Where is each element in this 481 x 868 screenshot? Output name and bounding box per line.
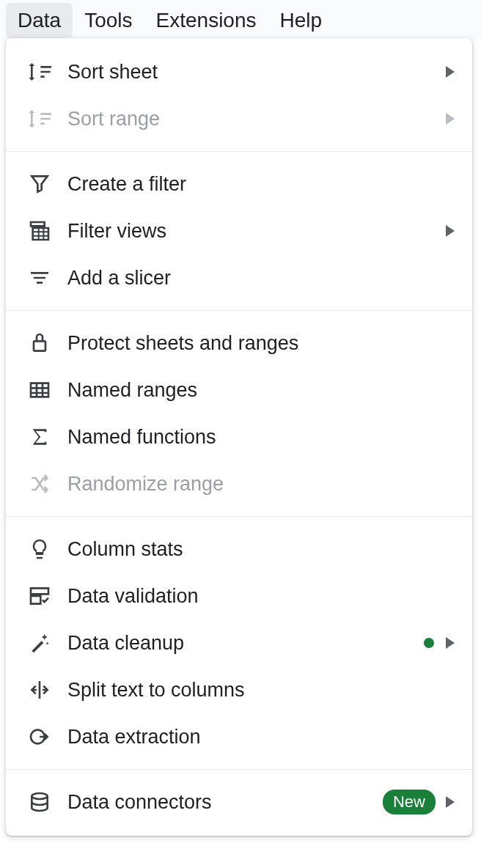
new-badge: New [383,790,436,814]
filter-icon [26,171,53,197]
magic-wand-icon [26,630,53,656]
data-validation-icon [26,583,53,609]
lock-icon [26,330,53,356]
menu-label: Column stats [67,538,455,561]
menu-label: Data extraction [67,726,455,749]
database-icon [26,789,53,815]
separator [6,151,472,152]
chevron-right-icon [446,225,455,237]
menu-randomize-range: Randomize range [6,460,472,507]
menu-data-connectors[interactable]: Data connectors New [6,779,472,825]
menu-add-slicer[interactable]: Add a slicer [6,254,472,301]
separator [6,769,472,770]
sort-sheet-icon [26,59,53,85]
lightbulb-icon [26,536,53,562]
menu-column-stats[interactable]: Column stats [6,526,472,573]
extraction-icon [26,724,53,750]
menu-sort-range: Sort range [6,95,472,142]
menubar: Data Tools Extensions Help [0,0,481,41]
chevron-right-icon [446,113,455,125]
menu-label: Protect sheets and ranges [67,332,455,355]
menubar-extensions[interactable]: Extensions [144,3,268,38]
menu-label: Named functions [67,426,455,449]
menu-data-cleanup[interactable]: Data cleanup [6,619,472,666]
menubar-help[interactable]: Help [268,3,334,38]
menu-label: Sort sheet [67,61,446,84]
filter-views-icon [26,218,53,244]
menu-split-text[interactable]: Split text to columns [6,666,472,713]
sort-range-icon [26,106,53,132]
menu-label: Filter views [67,220,446,243]
menu-label: Sort range [67,108,446,130]
slicer-icon [26,265,53,291]
data-menu-dropdown: Sort sheet Sort range Create a filter Fi… [6,38,472,836]
menu-label: Randomize range [67,473,455,496]
menu-create-filter[interactable]: Create a filter [6,161,472,207]
menubar-data[interactable]: Data [6,3,73,38]
sigma-icon [26,424,53,450]
menu-label: Data connectors [67,791,383,814]
chevron-right-icon [446,66,455,78]
new-indicator-dot [424,638,434,648]
chevron-right-icon [446,796,455,808]
named-ranges-icon [26,377,53,403]
menu-label: Data cleanup [67,632,424,655]
menu-named-functions[interactable]: Named functions [6,413,472,460]
menu-filter-views[interactable]: Filter views [6,207,472,254]
menu-sort-sheet[interactable]: Sort sheet [6,48,472,95]
menu-label: Create a filter [67,173,455,196]
menu-label: Add a slicer [67,267,455,290]
separator [6,516,472,517]
menu-data-validation[interactable]: Data validation [6,573,472,619]
menubar-tools[interactable]: Tools [73,3,144,38]
svg-point-1 [32,793,47,799]
menu-data-extraction[interactable]: Data extraction [6,713,472,760]
menu-named-ranges[interactable]: Named ranges [6,367,472,413]
menu-protect-sheets[interactable]: Protect sheets and ranges [6,320,472,367]
split-icon [26,677,53,703]
shuffle-icon [26,471,53,497]
chevron-right-icon [446,637,455,649]
menu-label: Split text to columns [67,679,455,702]
separator [6,310,472,311]
menu-label: Data validation [67,585,455,608]
menu-label: Named ranges [67,379,455,402]
